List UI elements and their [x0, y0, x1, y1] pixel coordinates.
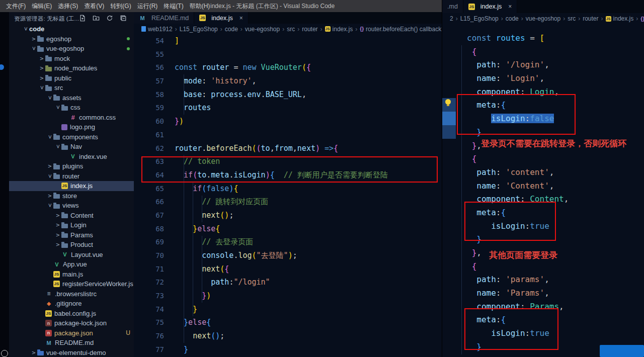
- code-line[interactable]: name: 'Params',: [456, 287, 644, 300]
- close-icon[interactable]: ×: [239, 15, 243, 22]
- tree-item-mock[interactable]: >mock: [9, 54, 134, 64]
- tree-item-Content[interactable]: >Content: [9, 211, 134, 221]
- menu-item-6[interactable]: 终端(T): [160, 0, 186, 12]
- code-line[interactable]: 72 path:"/login": [134, 276, 442, 289]
- code-line[interactable]: 63 // token: [134, 155, 442, 168]
- tree-item-Product[interactable]: >Product: [9, 240, 134, 250]
- code-line[interactable]: 73 }): [134, 289, 442, 303]
- tree-item-code[interactable]: >code: [9, 24, 134, 34]
- code-line[interactable]: 59 routes: [134, 101, 442, 115]
- breadcrumb-item-src[interactable]: src: [568, 15, 576, 22]
- code-line[interactable]: 62router.beforeEach((to,from,next) =>{: [134, 142, 442, 155]
- tree-item-assets[interactable]: >assets: [9, 93, 134, 103]
- breadcrumb-item-ro[interactable]: {}ro: [640, 15, 644, 22]
- tree-item-babel.config.js[interactable]: JSbabel.config.js: [9, 309, 134, 319]
- breadcrumb-item-L15_EgoShop[interactable]: L15_EgoShop: [460, 15, 499, 22]
- breadcrumb-item-router.beforeEach() callback[interactable]: {}router.beforeEach() callback: [360, 26, 441, 33]
- code-line[interactable]: meta:{: [456, 99, 644, 112]
- tab-.md[interactable]: .md: [442, 0, 463, 13]
- code-line[interactable]: meta:{: [456, 206, 644, 220]
- tree-item-logo.png[interactable]: logo.png: [9, 122, 134, 132]
- code-line[interactable]: component: Login,: [456, 85, 644, 99]
- code-line[interactable]: 71 next({: [134, 262, 442, 276]
- code-line[interactable]: isLogin:true: [456, 220, 644, 233]
- code-line[interactable]: 66 // 跳转到对应页面: [134, 195, 442, 209]
- breadcrumb-item-index.js[interactable]: JSindex.js: [325, 26, 353, 33]
- tree-item-Nav[interactable]: >Nav: [9, 142, 134, 152]
- tree-item-main.js[interactable]: JSmain.js: [9, 270, 134, 280]
- tree-item-router[interactable]: >router: [9, 171, 134, 182]
- tree-item-public[interactable]: >public: [9, 73, 134, 83]
- tree-item-.gitignore[interactable]: ◆.gitignore: [9, 299, 134, 309]
- code-line[interactable]: {: [456, 260, 644, 274]
- code-line[interactable]: {: [456, 152, 644, 166]
- code-line[interactable]: 76 next();: [134, 329, 442, 343]
- breadcrumb-item-vue-egoshop[interactable]: vue-egoshop: [526, 15, 560, 22]
- code-line[interactable]: 54]: [134, 34, 442, 48]
- code-line[interactable]: 70 console.log("去登陆");: [134, 249, 442, 262]
- code-line[interactable]: meta:{: [456, 313, 644, 327]
- code-line[interactable]: 61: [134, 128, 442, 142]
- tree-item-common.css[interactable]: #common.css: [9, 113, 134, 123]
- code-line[interactable]: 56const router = new VueRouter({: [134, 61, 442, 74]
- code-line[interactable]: path: 'params',: [456, 273, 644, 287]
- menu-item-2[interactable]: 选择(S): [55, 0, 81, 12]
- tab-index.js[interactable]: JSindex.js×: [463, 0, 517, 13]
- menu-item-7[interactable]: 帮助(H): [187, 0, 213, 12]
- close-icon[interactable]: ×: [508, 3, 512, 10]
- code-line[interactable]: const routes = [: [456, 32, 644, 45]
- menu-item-3[interactable]: 查看(V): [81, 0, 107, 12]
- code-line[interactable]: path: 'content',: [456, 166, 644, 180]
- code-line[interactable]: 55: [134, 48, 442, 61]
- code-line[interactable]: component: Params,: [456, 300, 644, 314]
- tree-item-plugins[interactable]: >plugins: [9, 161, 134, 171]
- new-file-icon[interactable]: [79, 15, 86, 22]
- breadcrumb-item-code[interactable]: code: [225, 26, 238, 33]
- code-line[interactable]: name: 'Login',: [456, 72, 644, 85]
- notification-action-button[interactable]: [600, 345, 644, 357]
- code-line[interactable]: }: [456, 233, 644, 246]
- tree-item-registerServiceWorker.js[interactable]: JSregisterServiceWorker.js: [9, 279, 134, 289]
- code-line[interactable]: 64 if(to.meta.isLogin){ // 判断用户是否需要判断登陆: [134, 168, 442, 182]
- tab-index.js[interactable]: JSindex.js×: [194, 12, 248, 24]
- code-line[interactable]: }: [456, 126, 644, 139]
- code-line[interactable]: name: 'Content',: [456, 180, 644, 193]
- new-folder-icon[interactable]: [93, 15, 100, 22]
- tree-item-store[interactable]: >store: [9, 191, 134, 201]
- collapse-all-icon[interactable]: [120, 15, 127, 22]
- tree-item-.browserslistrc[interactable]: ≡.browserslistrc: [9, 289, 134, 299]
- tree-item-vue-elementui-demo[interactable]: >vue-elementui-demo: [9, 348, 134, 357]
- tree-item-index.vue[interactable]: Vindex.vue: [9, 152, 134, 162]
- code-line[interactable]: 69 // 去登录页面: [134, 235, 442, 249]
- breadcrumb-item-vue-egoshop[interactable]: vue-egoshop: [245, 26, 280, 33]
- code-line[interactable]: 74 }: [134, 303, 442, 316]
- code-line[interactable]: 75 }else{: [134, 316, 442, 329]
- code-line[interactable]: component: Content,: [456, 193, 644, 206]
- code-line[interactable]: 65 if(false){: [134, 182, 442, 196]
- code-line[interactable]: isLogin:true: [456, 327, 644, 340]
- tree-item-package-lock.json[interactable]: npackage-lock.json: [9, 318, 134, 328]
- tree-item-components[interactable]: >components: [9, 132, 134, 142]
- code-line[interactable]: 60}): [134, 115, 442, 128]
- code-line[interactable]: },: [456, 246, 644, 260]
- tree-item-README.md[interactable]: MREADME.md: [9, 338, 134, 348]
- code-line[interactable]: isLogin:false: [456, 112, 644, 126]
- code-line[interactable]: 77 }: [134, 343, 442, 356]
- account-icon[interactable]: [1, 350, 8, 357]
- code-editor-right[interactable]: const routes = [ { path: '/login', name:…: [442, 24, 644, 357]
- breadcrumb-item-index.js[interactable]: JSindex.js: [606, 15, 634, 22]
- code-line[interactable]: path: '/login',: [456, 58, 644, 72]
- code-line[interactable]: },: [456, 139, 644, 153]
- menu-item-5[interactable]: 运行(R): [134, 0, 161, 12]
- refresh-icon[interactable]: [106, 15, 113, 22]
- menu-item-1[interactable]: 编辑(E): [29, 0, 55, 12]
- tree-item-src[interactable]: >src: [9, 83, 134, 93]
- tab-README.md[interactable]: MREADME.md: [134, 12, 194, 24]
- tree-item-egoshop[interactable]: >egoshop: [9, 34, 134, 44]
- code-line[interactable]: 58 base: process.env.BASE_URL,: [134, 88, 442, 102]
- code-line[interactable]: {: [456, 45, 644, 59]
- code-editor-left[interactable]: 54]5556const router = new VueRouter({57 …: [134, 34, 442, 357]
- tree-item-Params[interactable]: >Params: [9, 230, 134, 240]
- breadcrumb-item-code[interactable]: code: [506, 15, 519, 22]
- menu-item-0[interactable]: 文件(F): [3, 0, 29, 12]
